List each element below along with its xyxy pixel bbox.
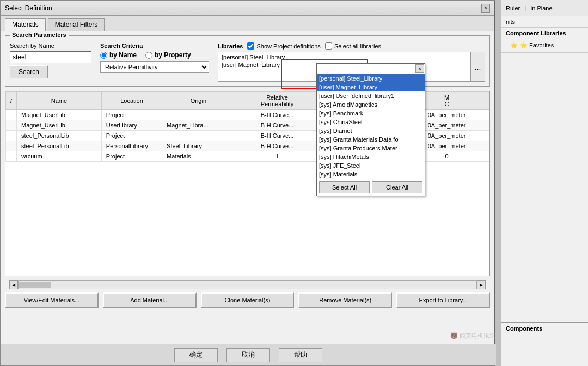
scroll-left-arrow[interactable]: ◀ (9, 280, 18, 289)
cell-permeability: B-H Curve... (235, 131, 320, 141)
cell-permeability: B-H Curve... (235, 141, 320, 151)
cell-name: Magnet_UserLib (17, 110, 102, 120)
lib-dropdown-close-button[interactable]: × (415, 64, 424, 73)
lib-dropdown-item-10[interactable]: [sys] JFE_Steel (317, 161, 425, 170)
criteria-dropdown[interactable]: Relative Permittivity (100, 61, 209, 73)
select-all-text: Select all libraries (334, 43, 381, 50)
lib-dropdown-item-5[interactable]: [sys] ChinaSteel (317, 118, 425, 126)
lib-dropdown-footer: Select All Clear All (317, 179, 425, 196)
dialog-content: Search Parameters Search by Name Search … (1, 31, 494, 316)
horizontal-scrollbar[interactable]: ◀ ▶ (9, 280, 486, 289)
right-panel-top: Ruler | In Plane (501, 0, 588, 16)
dialog-tabs: Materials Material Filters (1, 16, 494, 31)
star-icon: ⭐ (510, 42, 518, 49)
right-panel-bottom: Components (501, 322, 588, 366)
search-button[interactable]: Search (10, 65, 48, 78)
help-button[interactable]: 帮助 (279, 348, 322, 362)
libraries-label: Libraries (218, 43, 243, 50)
scroll-thumb[interactable] (19, 282, 51, 288)
lib-dropdown-list: [personal] Steel_Library [user] Magnet_L… (317, 74, 425, 179)
lib-dropdown-item-1[interactable]: [user] Magnet_Library (317, 83, 425, 91)
right-panel: Ruler | In Plane nits Component Librarie… (501, 0, 588, 366)
libraries-more-button[interactable]: ... (470, 52, 485, 81)
cell-permeability: B-H Curve... (235, 110, 320, 120)
show-project-checkbox-label: Show Project definitions (247, 42, 320, 50)
lib-dropdown-item-4[interactable]: [sys] Benchmark (317, 109, 425, 118)
select-all-checkbox-label: Select all libraries (325, 42, 381, 50)
library-dropdown: × [personal] Steel_Library [user] Magnet… (316, 63, 425, 196)
lib-dropdown-item-3[interactable]: [sys] ArnoldMagnetics (317, 100, 425, 109)
col-header-name[interactable]: Name (17, 92, 102, 110)
cell-location: PersonalLibrary (101, 141, 162, 151)
cell-origin (162, 131, 235, 141)
export-to-library-button[interactable]: Export to Library... (396, 292, 490, 308)
search-criteria-group: Search Criteria by Name by Property Rela… (100, 42, 209, 82)
cell-origin: Magnet_Libra... (162, 120, 235, 131)
col-header-location[interactable]: Location (101, 92, 162, 110)
nits-label: nits (506, 19, 584, 25)
tab-material-filters[interactable]: Material Filters (48, 18, 105, 30)
show-project-text: Show Project definitions (256, 43, 320, 50)
clone-material-button[interactable]: Clone Material(s) (201, 292, 295, 308)
tab-materials[interactable]: Materials (5, 18, 46, 31)
cell-icon (6, 151, 17, 162)
show-project-checkbox[interactable] (247, 42, 254, 50)
radio-group: by Name by Property (100, 51, 209, 59)
scroll-right-arrow[interactable]: ▶ (477, 280, 486, 289)
view-edit-button[interactable]: View/Edit Materials... (5, 292, 99, 308)
search-criteria-label: Search Criteria (100, 42, 209, 49)
col-header-icon: / (6, 92, 17, 110)
library-item-0[interactable]: [personal] Steel_Library (219, 53, 469, 61)
remove-material-button[interactable]: Remove Material(s) (298, 292, 392, 308)
radio-by-property[interactable] (145, 52, 152, 59)
cell-origin: Steel_Library (162, 141, 235, 151)
dialog-title: Select Definition (5, 4, 52, 12)
lib-dropdown-item-8[interactable]: [sys] Granta Producers Mater (317, 144, 425, 152)
cell-icon (6, 120, 17, 131)
cancel-button[interactable]: 取消 (226, 348, 270, 362)
select-definition-dialog: Select Definition × Materials Material F… (0, 0, 495, 366)
favorites-label: ⭐ Favorites (520, 42, 554, 49)
dialog-titlebar: Select Definition × (1, 1, 494, 16)
radio-by-property-label: by Property (145, 51, 191, 59)
lib-dropdown-item-2[interactable]: [user] User_defined_library1 (317, 91, 425, 100)
cell-permeability: 1 (235, 151, 320, 162)
cell-name: Magnet_UserLib (17, 120, 102, 131)
radio-by-name-text: by Name (109, 51, 137, 59)
lib-dropdown-item-9[interactable]: [sys] HitachiMetals (317, 152, 425, 161)
radio-by-name[interactable] (100, 52, 107, 59)
col-header-permeability[interactable]: RelativePermeability (235, 92, 320, 110)
libraries-header: Libraries Show Project definitions Selec… (218, 42, 485, 50)
lib-dropdown-item-0[interactable]: [personal] Steel_Library (317, 74, 425, 83)
lib-dropdown-item-6[interactable]: [sys] Diamet (317, 126, 425, 135)
search-params-label: Search Parameters (10, 32, 69, 38)
ok-button[interactable]: 确定 (174, 348, 218, 362)
cell-name: steel_PersonalLib (17, 141, 102, 151)
clear-all-button[interactable]: Clear All (372, 181, 422, 193)
cell-location: Project (101, 110, 162, 120)
select-all-checkbox[interactable] (325, 42, 332, 50)
lib-dropdown-item-7[interactable]: [sys] Granta Materials Data fo (317, 135, 425, 144)
lib-dropdown-header: × (317, 64, 425, 74)
search-input[interactable] (10, 51, 91, 63)
cell-icon (6, 131, 17, 141)
radio-by-property-text: by Property (155, 51, 191, 59)
cell-name: steel_PersonalLib (17, 131, 102, 141)
cell-origin (162, 110, 235, 120)
cell-permeability: B-H Curve... (235, 120, 320, 131)
add-material-button[interactable]: Add Material... (103, 292, 197, 308)
close-button[interactable]: × (481, 4, 490, 13)
col-header-origin[interactable]: Origin (162, 92, 235, 110)
select-all-button[interactable]: Select All (319, 181, 370, 193)
cell-location: Project (101, 151, 162, 162)
scroll-track[interactable] (18, 280, 477, 289)
lib-dropdown-item-11[interactable]: [sys] Materials (317, 170, 425, 179)
search-by-name-group: Search by Name Search (10, 42, 91, 82)
favorites-item[interactable]: ⭐ ⭐ Favorites (506, 41, 584, 50)
components-label: Components (501, 323, 588, 334)
cell-location: UserLibrary (101, 120, 162, 131)
component-libraries-title: Component Libraries (501, 28, 588, 39)
ruler-label: Ruler (506, 5, 520, 11)
cell-location: Project (101, 131, 162, 141)
cell-origin: Materials (162, 151, 235, 162)
